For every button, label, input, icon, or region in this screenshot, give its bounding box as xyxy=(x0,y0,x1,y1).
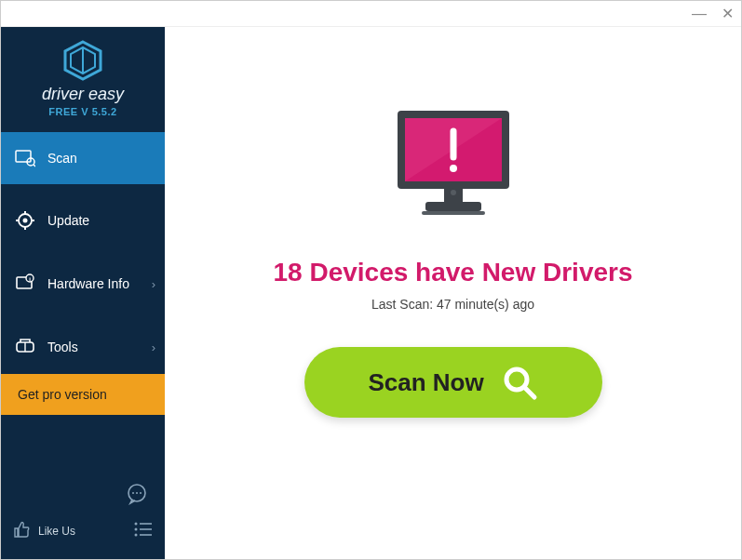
main-panel: 18 Devices have New Drivers Last Scan: 4… xyxy=(165,27,741,559)
svg-point-20 xyxy=(140,492,142,494)
like-us-label: Like Us xyxy=(38,525,75,538)
svg-line-5 xyxy=(34,165,35,167)
titlebar: — ✕ xyxy=(1,1,741,27)
status-headline: 18 Devices have New Drivers xyxy=(273,258,632,287)
svg-point-18 xyxy=(132,492,134,494)
svg-point-33 xyxy=(451,190,456,195)
sidebar-item-label: Hardware Info xyxy=(47,276,129,291)
close-button[interactable]: ✕ xyxy=(722,5,734,22)
app-version: FREE V 5.5.2 xyxy=(1,106,165,117)
nav: Scan Update i Hardware Info › xyxy=(1,132,165,374)
sidebar-item-label: Tools xyxy=(47,340,78,354)
chat-icon[interactable] xyxy=(126,483,148,509)
svg-line-37 xyxy=(524,387,534,397)
gear-icon xyxy=(14,209,36,232)
svg-point-19 xyxy=(136,492,138,494)
menu-icon[interactable] xyxy=(133,521,154,541)
chevron-right-icon: › xyxy=(152,277,155,291)
like-us-button[interactable]: Like Us xyxy=(12,520,75,542)
svg-point-21 xyxy=(135,523,138,526)
get-pro-label: Get pro version xyxy=(18,387,107,402)
logo: driver easy FREE V 5.5.2 xyxy=(1,27,165,132)
last-scan-text: Last Scan: 47 minute(s) ago xyxy=(371,297,534,312)
svg-rect-3 xyxy=(16,151,31,162)
sidebar-item-tools[interactable]: Tools › xyxy=(1,320,165,374)
minimize-button[interactable]: — xyxy=(692,6,707,22)
sidebar: driver easy FREE V 5.5.2 Scan Update xyxy=(1,27,165,559)
scan-icon xyxy=(14,147,36,169)
svg-point-31 xyxy=(450,165,457,172)
sidebar-bottom: Like Us xyxy=(1,473,165,559)
sidebar-item-scan[interactable]: Scan xyxy=(1,132,165,184)
app-window: — ✕ driver easy FREE V 5.5.2 Scan xyxy=(0,0,742,560)
svg-rect-34 xyxy=(425,202,481,211)
svg-point-7 xyxy=(23,219,28,223)
hardware-icon: i xyxy=(14,273,36,295)
sidebar-item-label: Scan xyxy=(47,151,77,166)
sidebar-item-update[interactable]: Update xyxy=(1,193,165,247)
app-name: driver easy xyxy=(1,85,165,104)
tools-icon xyxy=(14,336,36,358)
monitor-alert-icon xyxy=(388,105,519,230)
chevron-right-icon: › xyxy=(152,340,155,354)
svg-rect-35 xyxy=(422,211,485,215)
scan-now-label: Scan Now xyxy=(368,368,483,397)
thumbs-up-icon xyxy=(12,520,31,542)
sidebar-item-label: Update xyxy=(47,213,89,228)
logo-icon xyxy=(61,40,104,81)
svg-point-23 xyxy=(135,528,138,531)
sidebar-item-hardware[interactable]: i Hardware Info › xyxy=(1,257,165,311)
svg-point-25 xyxy=(135,534,138,537)
search-icon xyxy=(501,364,538,401)
scan-now-button[interactable]: Scan Now xyxy=(304,347,602,418)
get-pro-button[interactable]: Get pro version xyxy=(1,374,165,415)
